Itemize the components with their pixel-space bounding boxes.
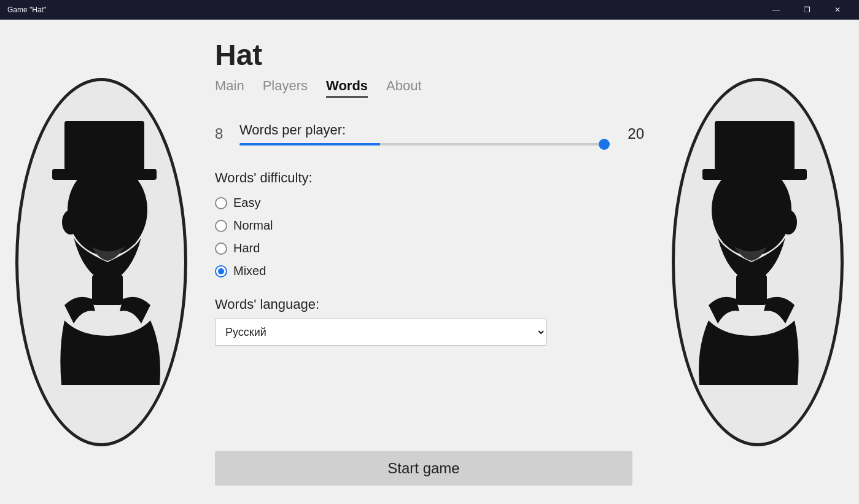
svg-rect-3 bbox=[92, 274, 123, 305]
app-body: Hat Main Players Words About 8 Words per… bbox=[0, 20, 859, 504]
left-silhouette-oval bbox=[15, 78, 187, 446]
tab-players[interactable]: Players bbox=[263, 78, 308, 98]
svg-rect-5 bbox=[715, 121, 795, 170]
radio-mixed-circle bbox=[215, 265, 227, 277]
language-section: Words' language: Русский English bbox=[215, 297, 644, 346]
words-per-player-label: Words per player: bbox=[239, 122, 610, 138]
tab-words[interactable]: Words bbox=[326, 78, 368, 98]
language-label: Words' language: bbox=[215, 297, 644, 312]
difficulty-easy[interactable]: Easy bbox=[215, 196, 644, 210]
language-select[interactable]: Русский English bbox=[215, 319, 546, 346]
radio-mixed-label: Mixed bbox=[233, 264, 266, 278]
start-game-section: Start game bbox=[215, 451, 644, 492]
difficulty-radio-group: Easy Normal Hard Mixed bbox=[215, 196, 644, 278]
difficulty-normal[interactable]: Normal bbox=[215, 219, 644, 233]
radio-easy-label: Easy bbox=[233, 196, 260, 210]
right-silhouette-container bbox=[656, 20, 859, 504]
svg-rect-0 bbox=[64, 121, 144, 170]
words-per-player-min: 8 bbox=[215, 125, 230, 142]
words-per-player-slider[interactable] bbox=[239, 143, 610, 145]
radio-normal-circle bbox=[215, 220, 227, 232]
difficulty-hard[interactable]: Hard bbox=[215, 241, 644, 255]
center-content: Hat Main Players Words About 8 Words per… bbox=[203, 20, 656, 504]
difficulty-section: Words' difficulty: Easy Normal Hard Mixe… bbox=[215, 170, 644, 278]
words-per-player-section: 8 Words per player: 20 bbox=[215, 122, 644, 145]
words-per-player-max: 20 bbox=[620, 125, 644, 142]
radio-easy-circle bbox=[215, 197, 227, 209]
tab-main[interactable]: Main bbox=[215, 78, 244, 98]
svg-point-4 bbox=[62, 210, 79, 235]
titlebar-controls: — ❐ ✕ bbox=[762, 0, 852, 20]
close-button[interactable]: ✕ bbox=[823, 0, 852, 20]
start-game-button[interactable]: Start game bbox=[215, 451, 632, 486]
maximize-button[interactable]: ❐ bbox=[793, 0, 821, 20]
words-per-player-control: Words per player: bbox=[239, 122, 610, 145]
titlebar: Game "Hat" — ❐ ✕ bbox=[0, 0, 859, 20]
radio-hard-circle bbox=[215, 242, 227, 255]
titlebar-title: Game "Hat" bbox=[7, 6, 46, 14]
right-silhouette-oval bbox=[672, 78, 844, 446]
difficulty-label: Words' difficulty: bbox=[215, 170, 644, 186]
svg-rect-8 bbox=[736, 274, 767, 305]
radio-normal-label: Normal bbox=[233, 219, 273, 233]
tab-about[interactable]: About bbox=[386, 78, 422, 98]
left-silhouette-container bbox=[0, 20, 203, 504]
app-title: Hat bbox=[215, 38, 644, 72]
nav-tabs: Main Players Words About bbox=[215, 78, 644, 98]
left-silhouette-svg bbox=[28, 103, 175, 422]
difficulty-mixed[interactable]: Mixed bbox=[215, 264, 644, 278]
right-silhouette-svg bbox=[684, 103, 831, 422]
radio-hard-label: Hard bbox=[233, 241, 260, 255]
minimize-button[interactable]: — bbox=[762, 0, 790, 20]
